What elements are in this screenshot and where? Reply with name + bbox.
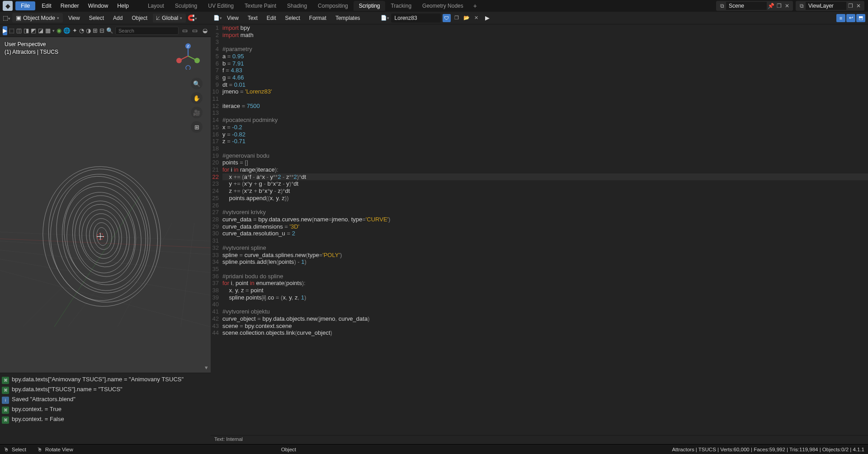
overlay-b-icon[interactable]: ◑ [86, 26, 91, 35]
3d-viewport[interactable]: User Perspective (1) Attractors | TSUCS … [0, 37, 211, 373]
workspace-tab-layout[interactable]: Layout [142, 1, 170, 11]
search-input[interactable] [115, 27, 179, 35]
text-new-icon[interactable]: ❐ [453, 14, 461, 22]
tool-c-icon[interactable]: ◩ [31, 26, 36, 35]
workspace-tab-tracking[interactable]: Tracking [385, 1, 417, 11]
info-console[interactable]: ⌘bpy.data.texts["Animovany TSUCS"].name … [0, 373, 211, 444]
layer-new-icon[interactable]: ❐ [846, 2, 854, 10]
tool-a-icon[interactable]: ◫ [16, 26, 22, 35]
te-templates-menu[interactable]: Templates [332, 14, 364, 23]
text-block-name-input[interactable] [391, 14, 441, 23]
code-line[interactable]: #pridani bodu do spline [222, 273, 868, 280]
shield-icon[interactable]: 🛡 [443, 14, 451, 22]
editor-type-icon[interactable]: ⬚▾ [3, 14, 10, 21]
scene-pin-icon[interactable]: 📌 [767, 2, 775, 10]
orientation-selector[interactable]: ⟀ Global ▾ [153, 14, 186, 23]
workspace-tab-shading[interactable]: Shading [282, 1, 312, 11]
code-line[interactable] [222, 202, 868, 209]
code-line[interactable]: z += (x*z + b*x*y - z)*dt [222, 187, 868, 195]
layer-delete-icon[interactable]: ✕ [854, 2, 863, 10]
code-line[interactable]: scene.collection.objects.link(curve_obje… [222, 329, 868, 337]
workspace-tab-compositing[interactable]: Compositing [312, 1, 354, 11]
code-line[interactable]: spline.points[i].co = (x, y, z, 1) [222, 294, 868, 301]
code-line[interactable]: spline = curve_data.splines.new(type='PO… [222, 252, 868, 259]
code-line[interactable]: z = -0.71 [222, 138, 868, 145]
code-line[interactable]: spline.points.add(len(points) - 1) [222, 258, 868, 266]
scene-delete-icon[interactable]: ✕ [783, 2, 791, 10]
overlay-d-icon[interactable]: ⊟ [99, 26, 104, 35]
console-line[interactable]: Saved "Attractors.blend" [12, 396, 75, 403]
tool-e-icon[interactable]: ▦ [45, 26, 51, 35]
workspace-tab-texture-paint[interactable]: Texture Paint [239, 1, 282, 11]
code-line[interactable] [222, 301, 868, 308]
code-editor[interactable]: 1import bpy2import math3 4#parametry5a =… [211, 24, 868, 435]
code-line[interactable] [222, 237, 868, 244]
select-box-icon[interactable]: ⬚ [9, 26, 14, 35]
code-line[interactable]: #vytvoreni objektu [222, 308, 868, 315]
snap-toggle[interactable]: 🧲▾ [188, 14, 197, 21]
cursor-tool-icon[interactable]: ▶ [3, 26, 7, 35]
overlay-c-icon[interactable]: ⊞ [93, 26, 98, 35]
console-line[interactable]: bpy.data.texts["Animovany TSUCS"].name =… [12, 376, 184, 383]
te-view-menu[interactable]: View [223, 14, 242, 23]
scene-new-icon[interactable]: ❐ [775, 2, 783, 10]
code-line[interactable]: import bpy [222, 24, 868, 32]
te-text-menu[interactable]: Text [244, 14, 261, 23]
workspace-tab-scripting[interactable]: Scripting [354, 1, 386, 11]
code-line[interactable]: dt = 0.01 [222, 81, 868, 89]
camera-view-icon[interactable]: 🎥 [191, 107, 203, 118]
text-unlink-icon[interactable]: ✕ [472, 14, 481, 22]
code-line[interactable]: y += (x*y + g - b*x*z - y)*dt [222, 180, 868, 187]
folder-open-icon[interactable]: 📂 [462, 14, 471, 22]
code-line[interactable]: #parametry [222, 46, 868, 53]
scene-browse-icon[interactable]: ⧉ [718, 2, 726, 10]
te-edit-menu[interactable]: Edit [263, 14, 280, 23]
visibility-icon[interactable]: ◉ [57, 26, 61, 35]
code-line[interactable] [222, 95, 868, 103]
te-select-menu[interactable]: Select [282, 14, 304, 23]
zoom-icon[interactable]: 🔍 [191, 78, 203, 89]
globe-icon[interactable]: 🌐 [63, 26, 71, 35]
scene-name-input[interactable] [726, 2, 767, 10]
view-layer-input[interactable] [806, 2, 846, 10]
view-menu[interactable]: View [65, 14, 84, 23]
code-line[interactable]: curve_data.dimensions = '3D' [222, 223, 868, 230]
chevron-down-icon[interactable]: ▾ [205, 364, 208, 371]
text-browse-icon[interactable]: 📄▾ [381, 14, 389, 22]
code-line[interactable]: g = 4.66 [222, 74, 868, 81]
code-line[interactable] [222, 145, 868, 152]
add-workspace-button[interactable]: + [469, 0, 481, 11]
code-line[interactable]: x = -0.2 [222, 124, 868, 131]
line-numbers-toggle-icon[interactable]: ≡ [836, 14, 845, 22]
help-menu[interactable]: Help [113, 1, 133, 10]
console-line[interactable]: bpy.context. = False [12, 416, 64, 422]
gizmo-icon[interactable]: ✦ [72, 26, 77, 35]
tool-b-icon[interactable]: ◨ [24, 26, 29, 35]
editor-type-icon[interactable]: 📄▾ [213, 14, 222, 22]
render-menu[interactable]: Render [56, 1, 84, 10]
code-line[interactable]: #generovani bodu [222, 152, 868, 159]
overlay-a-icon[interactable]: ◔ [79, 26, 84, 35]
code-line[interactable]: points.append((x, y, z)) [222, 195, 868, 202]
code-line[interactable]: f = 4.83 [222, 67, 868, 74]
perspective-toggle-icon[interactable]: ⊞ [191, 121, 203, 133]
code-line[interactable]: iterace = 7500 [222, 103, 868, 110]
select-menu[interactable]: Select [85, 14, 108, 23]
navigation-gizmo[interactable]: Z [175, 42, 202, 70]
workspace-tab-uv-editing[interactable]: UV Editing [203, 1, 239, 11]
code-line[interactable]: #pocatecni podminky [222, 117, 868, 124]
code-line[interactable] [222, 38, 868, 46]
code-line[interactable] [222, 266, 868, 273]
console-line[interactable]: bpy.context. = True [12, 406, 61, 412]
code-line[interactable]: x, y, z = point [222, 287, 868, 294]
object-mode-selector[interactable]: ▣ Object Mode ▾ [12, 13, 63, 23]
code-line[interactable]: curve_data.resolution_u = 2 [222, 230, 868, 237]
code-line[interactable]: x += (a*f - a*x - y**2 - z**2)*dt [222, 173, 868, 181]
code-line[interactable]: b = 7.91 [222, 60, 868, 67]
tool-d-icon[interactable]: ◪ [38, 26, 43, 35]
workspace-tab-sculpting[interactable]: Sculpting [170, 1, 203, 11]
camera-icon[interactable]: ▭ [180, 26, 189, 35]
te-format-menu[interactable]: Format [306, 14, 330, 23]
run-script-button[interactable]: ▶ [482, 14, 492, 23]
code-line[interactable]: y = -0.82 [222, 131, 868, 138]
